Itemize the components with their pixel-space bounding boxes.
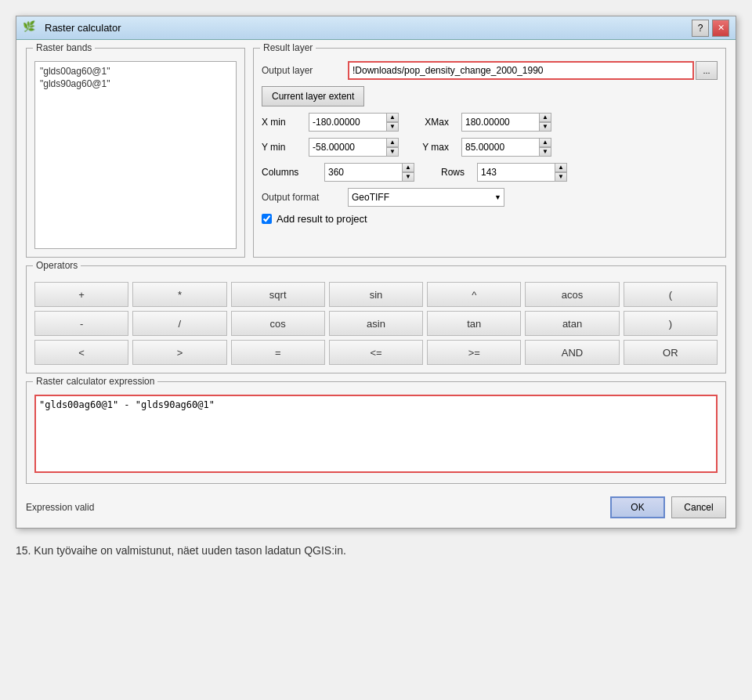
- ymax-down[interactable]: ▼: [539, 147, 551, 157]
- operators-row-2: - / cos asin tan atan ): [34, 311, 718, 336]
- add-result-label: Add result to project: [277, 213, 367, 225]
- band-item-1[interactable]: "glds00ag60@1": [38, 65, 233, 78]
- ymin-spin-buttons: ▲ ▼: [386, 138, 399, 157]
- operators-group: Operators + * sqrt sin ^ acos ( - / cos …: [26, 265, 726, 373]
- xcoord-row: X min ▲ ▼ XMax ▲ ▼: [262, 113, 718, 132]
- dialog-title: Raster calculator: [45, 22, 121, 34]
- add-result-checkbox[interactable]: [262, 214, 272, 224]
- title-bar-left: 🌿 Raster calculator: [23, 20, 121, 36]
- op-minus[interactable]: -: [34, 311, 128, 336]
- dialog-body: Raster bands "glds00ag60@1" "glds90ag60@…: [16, 40, 736, 528]
- op-acos[interactable]: acos: [525, 282, 619, 307]
- op-caret[interactable]: ^: [427, 282, 521, 307]
- xmin-up[interactable]: ▲: [386, 113, 399, 122]
- main-row: Raster bands "glds00ag60@1" "glds90ag60@…: [26, 48, 726, 265]
- ymin-down[interactable]: ▼: [386, 147, 399, 157]
- rows-label: Rows: [422, 167, 469, 178]
- op-or[interactable]: OR: [624, 340, 718, 365]
- ymax-up[interactable]: ▲: [539, 138, 551, 147]
- output-layer-row: Output layer ...: [262, 61, 718, 80]
- operators-row-1: + * sqrt sin ^ acos (: [34, 282, 718, 307]
- xmin-label: X min: [262, 117, 301, 128]
- raster-bands-title: Raster bands: [33, 42, 95, 53]
- format-label: Output format: [262, 192, 348, 203]
- ymax-spinbox: ▲ ▼: [461, 138, 551, 157]
- rows-up[interactable]: ▲: [555, 163, 567, 172]
- browse-button[interactable]: ...: [696, 61, 718, 80]
- op-plus[interactable]: +: [34, 282, 128, 307]
- rows-down[interactable]: ▼: [555, 172, 567, 182]
- expression-textarea[interactable]: "glds00ag60@1" - "glds90ag60@1": [34, 395, 718, 473]
- columns-label: Columns: [262, 167, 316, 178]
- op-less-than[interactable]: <: [34, 340, 128, 365]
- dialog-buttons: OK Cancel: [610, 496, 726, 518]
- raster-calculator-dialog: 🌿 Raster calculator ? ✕ Raster bands "gl…: [16, 16, 736, 529]
- ok-button[interactable]: OK: [610, 496, 665, 518]
- xmin-spinbox: ▲ ▼: [309, 113, 399, 132]
- ymin-input[interactable]: [309, 138, 387, 157]
- op-open-paren[interactable]: (: [624, 282, 718, 307]
- cancel-button[interactable]: Cancel: [671, 496, 726, 518]
- output-layer-input[interactable]: [348, 61, 694, 80]
- columns-spin-buttons: ▲ ▼: [402, 163, 414, 182]
- columns-spinbox: ▲ ▼: [324, 163, 414, 182]
- ymax-input[interactable]: [461, 138, 540, 157]
- format-select-wrap: GeoTIFF HFA JPEG PNG: [348, 188, 504, 207]
- columns-up[interactable]: ▲: [402, 163, 414, 172]
- help-button[interactable]: ?: [692, 20, 709, 37]
- ymax-label: Y max: [407, 142, 454, 153]
- op-equals[interactable]: =: [231, 340, 325, 365]
- xmax-input[interactable]: [461, 113, 540, 132]
- extent-row: Current layer extent: [262, 86, 718, 106]
- xmax-spin-buttons: ▲ ▼: [539, 113, 551, 132]
- xmin-input[interactable]: [309, 113, 387, 132]
- op-greater-equal[interactable]: >=: [427, 340, 521, 365]
- ymax-spin-buttons: ▲ ▼: [539, 138, 551, 157]
- extent-button[interactable]: Current layer extent: [262, 86, 364, 106]
- ymin-up[interactable]: ▲: [386, 138, 399, 147]
- op-and[interactable]: AND: [525, 340, 619, 365]
- op-asin[interactable]: asin: [329, 311, 423, 336]
- rows-spinbox: ▲ ▼: [477, 163, 567, 182]
- format-select[interactable]: GeoTIFF HFA JPEG PNG: [348, 188, 504, 207]
- xmax-down[interactable]: ▼: [539, 122, 551, 132]
- xmin-down[interactable]: ▼: [386, 122, 399, 132]
- bands-list: "glds00ag60@1" "glds90ag60@1": [34, 61, 237, 249]
- result-layer-group: Result layer Output layer ... Current la…: [253, 48, 726, 258]
- op-less-equal[interactable]: <=: [329, 340, 423, 365]
- title-bar: 🌿 Raster calculator ? ✕: [16, 16, 736, 40]
- expression-title: Raster calculator expression: [33, 376, 157, 387]
- op-greater-than[interactable]: >: [132, 340, 226, 365]
- columns-down[interactable]: ▼: [402, 172, 414, 182]
- format-row: Output format GeoTIFF HFA JPEG PNG: [262, 188, 718, 207]
- operators-title: Operators: [33, 260, 81, 271]
- operators-grid: + * sqrt sin ^ acos ( - / cos asin tan a…: [34, 282, 718, 365]
- output-layer-label: Output layer: [262, 65, 348, 76]
- op-multiply[interactable]: *: [132, 282, 226, 307]
- app-icon: 🌿: [23, 20, 38, 36]
- columns-input[interactable]: [324, 163, 403, 182]
- status-text: Expression valid: [26, 502, 94, 513]
- result-layer-title: Result layer: [260, 42, 316, 53]
- caption-text: 15. Kun työvaihe on valmistunut, näet uu…: [16, 544, 736, 557]
- operators-row-3: < > = <= >= AND OR: [34, 340, 718, 365]
- op-divide[interactable]: /: [132, 311, 226, 336]
- close-button[interactable]: ✕: [712, 20, 729, 37]
- ymin-label: Y min: [262, 142, 301, 153]
- ycoord-row: Y min ▲ ▼ Y max ▲ ▼: [262, 138, 718, 157]
- op-atan[interactable]: atan: [525, 311, 619, 336]
- title-bar-right: ? ✕: [692, 20, 729, 37]
- rows-input[interactable]: [477, 163, 555, 182]
- rows-spin-buttons: ▲ ▼: [555, 163, 567, 182]
- band-item-2[interactable]: "glds90ag60@1": [38, 78, 233, 90]
- op-sin[interactable]: sin: [329, 282, 423, 307]
- raster-bands-group: Raster bands "glds00ag60@1" "glds90ag60@…: [26, 48, 245, 258]
- op-tan[interactable]: tan: [427, 311, 521, 336]
- op-close-paren[interactable]: ): [624, 311, 718, 336]
- xmax-up[interactable]: ▲: [539, 113, 551, 122]
- op-sqrt[interactable]: sqrt: [231, 282, 325, 307]
- colrow-row: Columns ▲ ▼ Rows ▲ ▼: [262, 163, 718, 182]
- op-cos[interactable]: cos: [231, 311, 325, 336]
- ymin-spinbox: ▲ ▼: [309, 138, 399, 157]
- expression-group: Raster calculator expression "glds00ag60…: [26, 381, 726, 484]
